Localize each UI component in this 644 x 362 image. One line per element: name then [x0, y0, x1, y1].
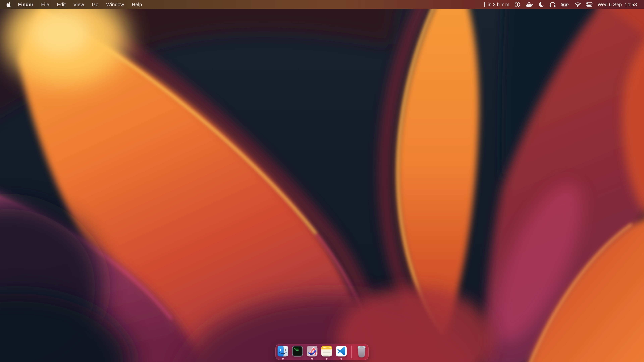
trash-icon: [356, 345, 367, 358]
running-indicator: [326, 358, 328, 360]
vscode-icon: [336, 346, 347, 357]
menu-bar-clock[interactable]: Wed 6 Sep 14:53: [598, 0, 637, 9]
wifi-menu-item[interactable]: [574, 0, 581, 9]
apple-menu[interactable]: [6, 2, 11, 7]
notes-icon: [321, 346, 332, 357]
running-indicator: [282, 358, 284, 360]
control-center-menu-item[interactable]: [586, 0, 592, 9]
status-area: in 3 h 7 m: [484, 0, 644, 9]
docker-menu-item[interactable]: [526, 0, 534, 9]
control-center-icon: [586, 2, 592, 7]
dock-item-terminal[interactable]: $: [292, 346, 303, 357]
timer-bar-icon: [484, 2, 485, 7]
menu-bar-left: Finder File Edit View Go Window Help: [0, 0, 146, 9]
menu-item-window[interactable]: Window: [102, 0, 128, 9]
menu-item-view[interactable]: View: [70, 0, 88, 9]
dock-item-trash[interactable]: [356, 345, 367, 358]
apple-icon: [6, 2, 11, 7]
menu-item-help[interactable]: Help: [128, 0, 146, 9]
arc-browser-icon: [306, 346, 318, 357]
dock-separator: [351, 346, 352, 358]
running-indicator: [311, 358, 313, 360]
menu-item-file[interactable]: File: [37, 0, 53, 9]
dock-item-vscode[interactable]: [336, 346, 347, 357]
one-password-menu-item[interactable]: [514, 0, 520, 9]
wifi-icon: [574, 2, 581, 7]
terminal-icon: $: [292, 346, 303, 357]
dock-item-notes[interactable]: [321, 346, 332, 357]
menu-item-go[interactable]: Go: [88, 0, 102, 9]
menu-item-finder[interactable]: Finder: [14, 0, 37, 9]
dock: $: [276, 344, 368, 360]
menu-item-edit[interactable]: Edit: [53, 0, 70, 9]
dock-item-arc-browser[interactable]: [306, 346, 318, 357]
menu-bar: Finder File Edit View Go Window Help in …: [0, 0, 644, 9]
svg-text:$: $: [294, 347, 296, 351]
desktop-wallpaper: [0, 0, 644, 362]
headphones-icon: [549, 1, 556, 7]
focus-menu-item[interactable]: [538, 0, 544, 9]
moon-icon: [538, 2, 544, 7]
dock-item-finder[interactable]: [278, 346, 288, 357]
battery-menu-item[interactable]: [561, 0, 569, 9]
finder-icon: [278, 346, 288, 357]
battery-charging-icon: [561, 2, 569, 7]
docker-icon: [526, 2, 534, 7]
timer-status[interactable]: in 3 h 7 m: [484, 0, 509, 9]
audio-menu-item[interactable]: [549, 0, 556, 9]
running-indicator: [340, 358, 342, 360]
one-password-icon: [514, 1, 520, 7]
timer-text: in 3 h 7 m: [488, 2, 509, 7]
